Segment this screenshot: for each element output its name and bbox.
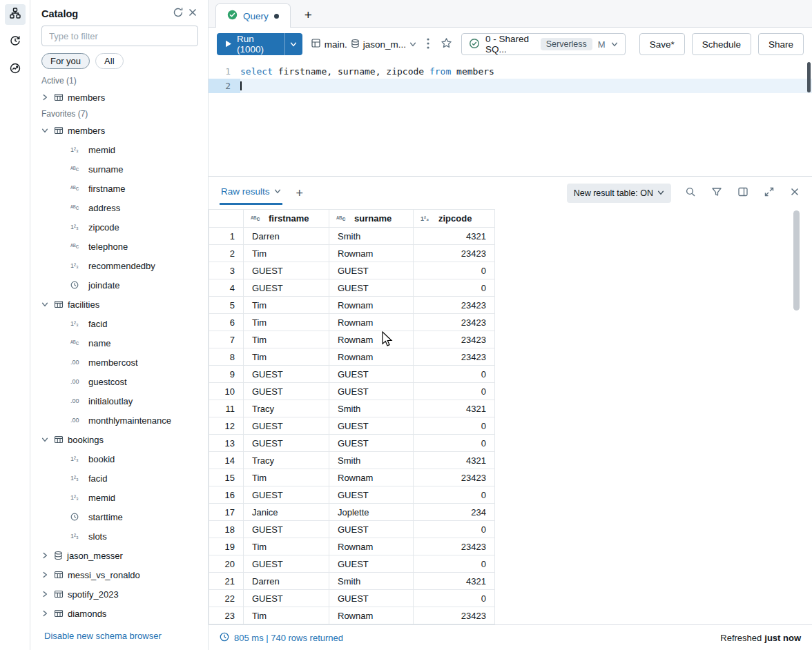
column-item-joindate[interactable]: joindate [30,275,208,295]
table-row[interactable]: 2TimRownam23423 [209,245,495,262]
table-row[interactable]: 18GUESTGUEST0 [209,521,495,538]
column-item-slots[interactable]: 1²₃slots [30,526,208,546]
table-row[interactable]: 14TracySmith4321 [209,452,495,469]
row-number-cell: 9 [209,366,244,383]
chevron-right-icon[interactable] [40,591,50,598]
table-row[interactable]: 9GUESTGUEST0 [209,366,495,383]
column-item-zipcode[interactable]: 1²₃zipcode [30,217,208,237]
chevron-down-icon[interactable] [40,436,50,443]
tree-item-diamonds[interactable]: diamonds [30,604,208,622]
table-row[interactable]: 8TimRownam23423 [209,348,495,366]
table-row[interactable]: 17JaniceJoplette234 [209,504,495,521]
catalog-selector[interactable]: main. jason_m... [309,38,418,50]
table-row[interactable]: 20GUESTGUEST0 [209,555,495,573]
table-row[interactable]: 12GUESTGUEST0 [209,417,495,435]
column-item-telephone[interactable]: ᴬᴮctelephone [30,237,208,256]
refresh-button[interactable] [171,5,186,22]
warehouse-selector[interactable]: 0 - Shared SQ... Serverless M [461,33,626,55]
column-item-firstname[interactable]: ᴬᴮcfirstname [30,179,208,198]
tree-item-messi_vs_ronaldo[interactable]: messi_vs_ronaldo [30,565,208,584]
schedule-button[interactable]: Schedule [692,33,751,55]
table-row[interactable]: 4GUESTGUEST0 [209,279,495,297]
column-header-zipcode[interactable]: 1²₃zipcode [414,210,495,228]
column-item-initialoutlay[interactable]: .00initialoutlay [30,391,208,411]
insights-button[interactable] [5,59,26,80]
column-item-recommendedby[interactable]: 1²₃recommendedby [30,256,208,275]
surname-cell: Rownam [329,607,414,624]
side-panel-button[interactable] [736,185,750,201]
more-options-button[interactable] [425,35,432,54]
search-results-button[interactable] [684,185,697,201]
table-row[interactable]: 7TimRownam23423 [209,331,495,348]
table-row[interactable]: 3GUESTGUEST0 [209,262,495,279]
table-row[interactable]: 19TimRownam23423 [209,538,495,555]
column-header-firstname[interactable]: ᴬᴮcfirstname [244,210,329,228]
disable-schema-browser-link[interactable]: Disable new schema browser [44,631,162,641]
new-result-table-toggle[interactable]: New result table: ON [567,184,671,203]
raw-results-tab[interactable]: Raw results [220,181,282,205]
table-row[interactable]: 11TracySmith4321 [209,400,495,417]
table-row[interactable]: 10GUESTGUEST0 [209,383,495,400]
editor-scrollbar-thumb[interactable] [807,62,811,92]
filter-input[interactable] [41,26,198,46]
results-scrollbar-thumb[interactable] [793,210,800,311]
filter-results-button[interactable] [710,185,724,201]
tree-item-jason_messer[interactable]: jason_messer [30,546,208,565]
run-options-button[interactable] [284,33,302,55]
column-item-memid[interactable]: 1²₃memid [30,140,208,159]
share-button[interactable]: Share [758,33,804,55]
filter-all[interactable]: All [95,53,123,69]
surname-cell: GUEST [329,262,414,279]
column-item-label: guestcost [88,377,127,387]
column-item-monthlymaintenance[interactable]: .00monthlymaintenance [30,411,208,430]
new-tab-button[interactable]: + [300,8,316,22]
chevron-right-icon[interactable] [40,94,50,101]
column-item-surname[interactable]: ᴬᴮcsurname [30,159,208,179]
tab-query[interactable]: Query [215,3,291,28]
column-item-guestcost[interactable]: .00guestcost [30,372,208,391]
tree-item-members[interactable]: members [30,121,208,140]
fullscreen-button[interactable] [762,185,776,201]
results-scrollbar[interactable] [793,210,800,623]
tree-item-bookings[interactable]: bookings [30,430,208,449]
column-item-bookid[interactable]: 1²₃bookid [30,449,208,469]
run-button[interactable]: Run (1000) [217,33,284,55]
table-row[interactable]: 6TimRownam23423 [209,314,495,331]
column-item-facid[interactable]: 1²₃facid [30,469,208,488]
table-row[interactable]: 15TimRownam23423 [209,469,495,486]
schema-browser-button[interactable] [5,4,26,25]
table-row[interactable]: 23TimRownam23423 [209,607,495,624]
column-item-membercost[interactable]: .00membercost [30,353,208,372]
column-header-surname[interactable]: ᴬᴮcsurname [329,210,414,228]
column-item-address[interactable]: ᴬᴮcaddress [30,198,208,217]
close-results-button[interactable] [789,186,801,200]
table-row[interactable]: 13GUESTGUEST0 [209,435,495,452]
decimal-type-icon: .00 [70,378,84,385]
chevron-down-icon[interactable] [40,301,50,308]
editor-line-2[interactable]: 2 [209,79,812,93]
table-row[interactable]: 5TimRownam23423 [209,297,495,314]
table-row[interactable]: 1DarrenSmith4321 [209,228,495,245]
table-row[interactable]: 21DarrenSmith4321 [209,573,495,590]
column-item-starttime[interactable]: starttime [30,507,208,526]
filter-for-you[interactable]: For you [41,53,90,69]
tree-item-spotify_2023[interactable]: spotify_2023 [30,584,208,604]
chevron-down-icon[interactable] [40,127,50,134]
close-panel-button[interactable] [186,6,200,21]
history-button[interactable] [5,32,26,52]
tree-item-facilities[interactable]: facilities [30,295,208,314]
column-item-facid[interactable]: 1²₃facid [30,314,208,333]
table-row[interactable]: 22GUESTGUEST0 [209,590,495,607]
favorite-button[interactable] [438,35,454,53]
table-row[interactable]: 16GUESTGUEST0 [209,486,495,504]
add-result-tab-button[interactable]: + [292,186,308,200]
chevron-right-icon[interactable] [40,571,50,578]
tree-item-members[interactable]: members [30,88,208,107]
sql-editor[interactable]: 1select firstname, surname, zipcode from… [209,61,812,176]
save-button[interactable]: Save* [639,33,685,55]
editor-line-1[interactable]: 1select firstname, surname, zipcode from… [209,64,812,79]
column-item-memid[interactable]: 1²₃memid [30,488,208,507]
column-item-name[interactable]: ᴬᴮcname [30,333,208,353]
chevron-right-icon[interactable] [40,610,50,617]
chevron-right-icon[interactable] [40,552,50,559]
